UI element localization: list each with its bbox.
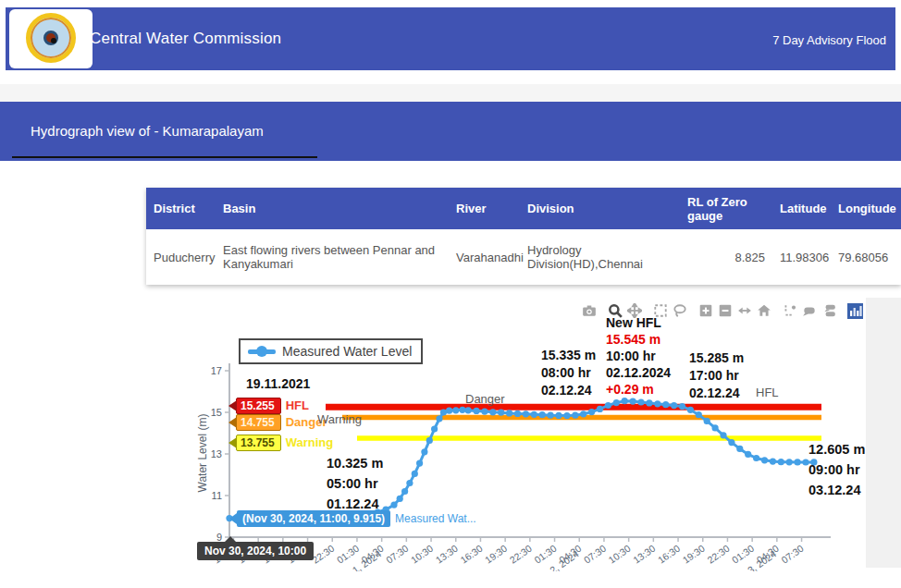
x-tick-label: 07:30 <box>779 543 806 566</box>
cwc-logo <box>9 9 93 68</box>
data-point-marker[interactable] <box>580 410 586 417</box>
annotation-peak1: 15.335 m 08:00 hr 02.12.24 <box>541 347 596 399</box>
data-point-marker[interactable] <box>421 448 427 455</box>
col-header-rl-zero: RL of Zero gauge <box>680 188 772 229</box>
cell-rl-zero: 8.825 <box>680 229 772 285</box>
x-tick-label: 19:30 <box>483 543 510 566</box>
data-point-marker[interactable] <box>465 407 472 413</box>
x-tick-label: 22:30 <box>705 543 732 566</box>
data-point-marker[interactable] <box>679 403 685 410</box>
x-tick-label: 07:30 <box>384 543 411 566</box>
cell-river: Varahanadhi <box>449 229 520 285</box>
data-point-marker[interactable] <box>630 398 636 405</box>
data-point-marker[interactable] <box>795 459 801 465</box>
data-point-marker[interactable] <box>390 502 397 508</box>
station-table-row: Puducherry East flowing rivers between P… <box>146 229 901 285</box>
data-point-marker[interactable] <box>440 409 447 415</box>
toolbar-strip <box>0 84 901 102</box>
page-title: Hydrograph view of - Kumarapalayam <box>31 123 264 139</box>
station-table-header-row: District Basin River Division RL of Zero… <box>146 188 901 229</box>
data-point-marker[interactable] <box>613 399 620 406</box>
data-point-marker[interactable] <box>548 412 554 419</box>
x-tick-label: 22:30 <box>508 543 535 566</box>
app-header: Central Water Commission 7 Day Advisory … <box>6 7 895 70</box>
y-tick-label: 11 <box>212 490 222 501</box>
data-point-marker[interactable] <box>687 407 694 413</box>
warning-line-tag: Warning <box>286 435 334 449</box>
data-point-marker[interactable] <box>728 439 734 446</box>
data-point-marker[interactable] <box>481 409 488 415</box>
data-point-marker[interactable] <box>397 496 403 502</box>
cell-basin: East flowing rivers between Pennar and K… <box>216 229 449 285</box>
data-point-marker[interactable] <box>523 410 529 417</box>
col-header-district: District <box>146 188 216 229</box>
data-point-marker[interactable] <box>597 406 603 412</box>
nav-link-7day-advisory-flood[interactable]: 7 Day Advisory Flood <box>772 33 886 47</box>
data-point-marker[interactable] <box>720 432 726 438</box>
data-point-marker[interactable] <box>770 459 776 465</box>
data-point-marker[interactable] <box>498 410 504 416</box>
data-point-marker[interactable] <box>605 402 611 409</box>
x-tick-label: 22:30 <box>310 543 337 566</box>
data-point-marker[interactable] <box>514 410 521 417</box>
data-point-marker[interactable] <box>654 400 660 407</box>
hydrograph-chart: Measured Water Level Water Level (m) 911… <box>185 294 866 571</box>
data-point-tooltip: (Nov 30, 2024, 11:00, 9.915) Measured Wa… <box>229 510 476 527</box>
data-point-marker[interactable] <box>696 411 702 418</box>
plot-area[interactable]: 91113151710:3013:3016:3019:3022:3001:30D… <box>185 294 866 571</box>
data-point-marker[interactable] <box>506 410 512 416</box>
data-point-marker[interactable] <box>459 407 465 413</box>
data-point-marker[interactable] <box>531 411 537 418</box>
data-point-marker[interactable] <box>662 401 669 408</box>
x-tick-label: 16:30 <box>656 543 683 566</box>
data-point-marker[interactable] <box>426 437 433 444</box>
data-point-marker[interactable] <box>646 399 652 406</box>
data-point-marker[interactable] <box>539 411 546 418</box>
data-point-marker[interactable] <box>401 488 408 495</box>
data-point-marker[interactable] <box>588 409 595 415</box>
data-point-marker[interactable] <box>406 480 413 486</box>
app-title: Central Water Commission <box>90 30 281 48</box>
data-point-marker[interactable] <box>622 398 628 404</box>
data-point-marker[interactable] <box>745 451 751 458</box>
cell-longitude: 79.68056 <box>831 229 901 285</box>
data-point-marker[interactable] <box>452 407 459 413</box>
tooltip-point-label: (Nov 30, 2024, 11:00, 9.915) <box>237 510 390 527</box>
station-info-card: District Basin River Division RL of Zero… <box>146 188 901 285</box>
data-point-marker[interactable] <box>786 459 793 465</box>
x-tick-label: 10:30 <box>606 543 633 566</box>
data-point-marker[interactable] <box>637 398 644 405</box>
annotation-danger-text: Danger <box>465 392 505 406</box>
x-tick-label: 13:30 <box>631 543 658 566</box>
danger-threshold-label: 14.755 Danger <box>228 414 327 430</box>
data-point-marker[interactable] <box>431 425 438 432</box>
warning-threshold-label: 13.755 Warning <box>228 435 333 450</box>
data-point-marker[interactable] <box>572 412 578 419</box>
x-tick-label: 19:30 <box>680 543 707 566</box>
data-point-marker[interactable] <box>704 418 710 424</box>
data-point-marker[interactable] <box>555 412 562 419</box>
data-point-marker[interactable] <box>736 446 743 452</box>
data-point-marker[interactable] <box>761 457 768 463</box>
data-point-marker[interactable] <box>753 455 759 461</box>
data-point-marker[interactable] <box>778 459 784 465</box>
annotation-rise-start: 10.325 m 05:00 hr 01.12.24 <box>327 453 383 514</box>
warning-value-badge: 13.755 <box>236 435 281 451</box>
page-title-underline <box>12 156 317 158</box>
annotation-hfl-right: HFL <box>756 386 779 399</box>
data-point-marker[interactable] <box>489 409 496 415</box>
data-point-marker[interactable] <box>436 415 442 422</box>
data-point-marker[interactable] <box>412 471 418 477</box>
x-tick-label: 13:30 <box>433 543 460 566</box>
annotation-warning-text: Warning <box>317 412 362 426</box>
data-point-marker[interactable] <box>446 408 452 414</box>
page-banner: Hydrograph view of - Kumarapalayam <box>0 102 901 161</box>
hfl-threshold-label: 15.255 HFL <box>228 398 309 413</box>
data-point-marker[interactable] <box>712 424 719 431</box>
data-point-marker[interactable] <box>416 460 423 467</box>
cell-district: Puducherry <box>146 229 216 285</box>
cell-division: Hydrology Division(HD),Chennai <box>520 229 680 285</box>
data-point-marker[interactable] <box>671 402 677 409</box>
data-point-marker[interactable] <box>563 412 570 419</box>
data-point-marker[interactable] <box>473 408 479 414</box>
